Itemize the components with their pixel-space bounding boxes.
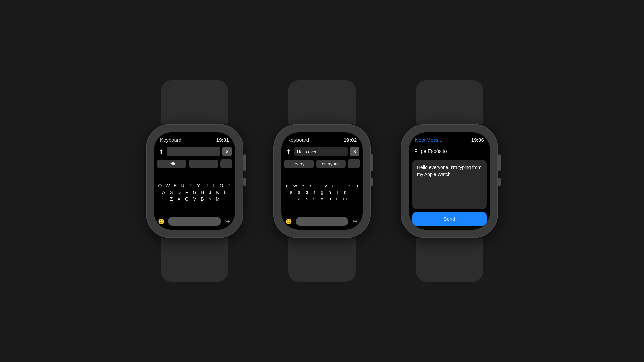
key-e[interactable]: E — [172, 183, 179, 188]
suggestion-hello-1[interactable]: Hello — [157, 160, 186, 168]
key-a2[interactable]: a — [288, 190, 294, 195]
key-k2[interactable]: k — [342, 190, 348, 195]
keyboard-bottom-2: 🙂 ↪ — [281, 215, 363, 230]
watch-case-2: Keyboard 19:02 ⬆ Hello ever ✕ every ever… — [273, 124, 371, 238]
text-field-2[interactable]: Hello ever — [294, 147, 348, 156]
more-btn-1[interactable]: ··· — [220, 159, 232, 168]
watch-crown-3 — [498, 154, 501, 171]
key-i[interactable]: I — [210, 183, 217, 188]
delete-btn-2[interactable]: ✕ — [350, 147, 359, 156]
input-text-2: Hello ever — [297, 149, 317, 154]
key-p2[interactable]: p — [353, 183, 360, 188]
key-l[interactable]: L — [222, 190, 229, 195]
key-d2[interactable]: d — [303, 190, 310, 195]
key-l2[interactable]: l — [350, 190, 356, 195]
band-top-1 — [161, 80, 228, 124]
space-bar-2[interactable] — [296, 217, 348, 226]
suggestion-every-2[interactable]: every — [284, 160, 314, 168]
key-f2[interactable]: f — [311, 190, 318, 195]
header-time-3: 19:06 — [471, 137, 484, 143]
space-bar-1[interactable] — [168, 217, 221, 226]
key-b2[interactable]: b — [326, 196, 333, 201]
key-b[interactable]: B — [199, 196, 206, 202]
shift-icon-2: ⬆ — [285, 148, 292, 155]
key-g2[interactable]: g — [319, 190, 325, 195]
key-v2[interactable]: v — [319, 196, 325, 201]
key-q2[interactable]: q — [284, 183, 291, 188]
send-icon-2[interactable]: ↪ — [351, 218, 359, 225]
key-i2[interactable]: i — [338, 183, 344, 188]
contact-row-3: Filipe Espósito — [409, 145, 490, 157]
key-u2[interactable]: u — [330, 183, 337, 188]
suggestion-row-2: every everyone ··· — [281, 158, 363, 170]
key-row-1-2: A S D F G H J K L — [157, 190, 232, 195]
emoji-btn-1[interactable]: 🙂 — [158, 218, 165, 225]
suggestion-row-1: Hello Hi ··· — [154, 158, 235, 170]
suggestion-everyone-2[interactable]: everyone — [316, 160, 346, 168]
key-c2[interactable]: c — [311, 196, 318, 201]
text-field-1[interactable] — [167, 147, 220, 156]
key-n2[interactable]: n — [334, 196, 341, 201]
key-g[interactable]: G — [191, 190, 198, 195]
band-top-3 — [416, 80, 483, 124]
suggestion-hi-1[interactable]: Hi — [189, 160, 218, 168]
delete-btn-1[interactable]: ✕ — [222, 147, 232, 156]
key-row-2-2: a s d f g h j k l — [284, 190, 360, 195]
key-x[interactable]: X — [176, 196, 182, 202]
watch-button-2 — [371, 178, 373, 186]
watch-screen-1: Keyboard 19:01 ⬆ ✕ Hello Hi ··· — [154, 132, 235, 230]
watch-case-1: Keyboard 19:01 ⬆ ✕ Hello Hi ··· — [146, 124, 243, 238]
key-w2[interactable]: w — [292, 183, 299, 188]
band-top-2 — [288, 80, 356, 124]
key-u[interactable]: U — [203, 183, 209, 188]
key-v[interactable]: V — [191, 196, 198, 202]
send-button-3[interactable]: Send — [412, 212, 487, 226]
key-x2[interactable]: x — [303, 196, 310, 201]
key-j[interactable]: J — [207, 190, 213, 195]
key-y[interactable]: Y — [195, 183, 202, 188]
key-z[interactable]: Z — [168, 196, 175, 202]
emoji-btn-2[interactable]: 🙂 — [285, 218, 293, 225]
key-z2[interactable]: z — [296, 196, 302, 201]
key-e2[interactable]: e — [300, 183, 306, 188]
key-f[interactable]: F — [183, 190, 190, 195]
send-icon-1[interactable]: ↪ — [224, 218, 231, 225]
key-o[interactable]: O — [218, 183, 225, 188]
key-r2[interactable]: r — [307, 183, 314, 188]
key-m2[interactable]: m — [342, 196, 348, 201]
watch-screen-3: New Mess... 19:06 Filipe Espósito Hello … — [409, 132, 490, 230]
key-w[interactable]: W — [164, 183, 171, 188]
key-a[interactable]: A — [160, 190, 167, 195]
header-title-3: New Mess... — [415, 137, 443, 143]
key-h[interactable]: H — [199, 190, 206, 195]
keyboard-bottom-1: 🙂 ↪ — [154, 215, 235, 230]
key-n[interactable]: N — [207, 196, 213, 202]
key-c[interactable]: C — [183, 196, 190, 202]
key-p[interactable]: P — [226, 183, 232, 188]
key-y2[interactable]: y — [323, 183, 329, 188]
key-q[interactable]: Q — [157, 183, 163, 188]
screen-header-3: New Mess... 19:06 — [409, 132, 490, 145]
more-btn-2[interactable]: ··· — [348, 159, 360, 168]
key-o2[interactable]: o — [345, 183, 352, 188]
watch-case-3: New Mess... 19:06 Filipe Espósito Hello … — [401, 124, 498, 238]
watch-crown-1 — [243, 154, 246, 171]
key-t[interactable]: T — [187, 183, 194, 188]
key-r[interactable]: R — [180, 183, 186, 188]
header-title-1: Keyboard — [160, 137, 181, 143]
key-j2[interactable]: j — [334, 190, 341, 195]
watch-3: New Mess... 19:06 Filipe Espósito Hello … — [399, 80, 500, 282]
keyboard-area-2: q w e r t y u i o p a s d — [281, 170, 363, 215]
shift-icon-1: ⬆ — [157, 148, 165, 155]
key-s[interactable]: S — [168, 190, 175, 195]
watch-button-1 — [243, 178, 246, 186]
key-t2[interactable]: t — [315, 183, 322, 188]
header-time-1: 19:01 — [216, 137, 229, 143]
key-h2[interactable]: h — [326, 190, 333, 195]
key-m[interactable]: M — [214, 196, 221, 202]
key-d[interactable]: D — [176, 190, 182, 195]
key-k[interactable]: K — [214, 190, 221, 195]
watch-screen-2: Keyboard 19:02 ⬆ Hello ever ✕ every ever… — [281, 132, 363, 230]
keyboard-area-1: Q W E R T Y U I O P A S D — [154, 170, 235, 215]
key-s2[interactable]: s — [296, 190, 302, 195]
